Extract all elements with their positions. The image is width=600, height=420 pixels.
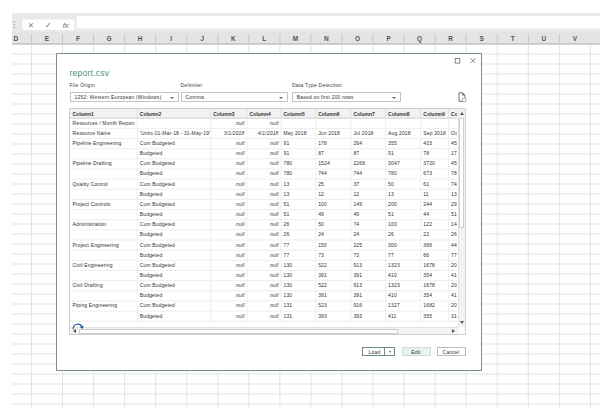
svg-text:P: P <box>386 35 391 42</box>
svg-text:E: E <box>45 35 50 42</box>
svg-text:I: I <box>170 35 172 42</box>
svg-text:D: D <box>14 35 19 42</box>
svg-text:K: K <box>231 35 236 42</box>
svg-text:O: O <box>355 35 360 42</box>
svg-text:✕: ✕ <box>28 21 34 30</box>
svg-text:G: G <box>107 35 112 42</box>
svg-text:F: F <box>76 35 80 42</box>
svg-text:H: H <box>138 35 143 42</box>
svg-text:S: S <box>480 35 485 42</box>
svg-text:J: J <box>200 35 204 42</box>
svg-text:T: T <box>511 35 515 42</box>
svg-text:✓: ✓ <box>45 20 52 30</box>
svg-text:V: V <box>573 35 578 42</box>
svg-text:Q: Q <box>417 35 422 43</box>
svg-text:fx: fx <box>63 21 69 30</box>
svg-text:R: R <box>448 35 453 42</box>
svg-text:U: U <box>541 35 546 42</box>
svg-text:M: M <box>293 35 298 42</box>
svg-text:L: L <box>262 35 266 42</box>
svg-text:N: N <box>324 35 329 42</box>
